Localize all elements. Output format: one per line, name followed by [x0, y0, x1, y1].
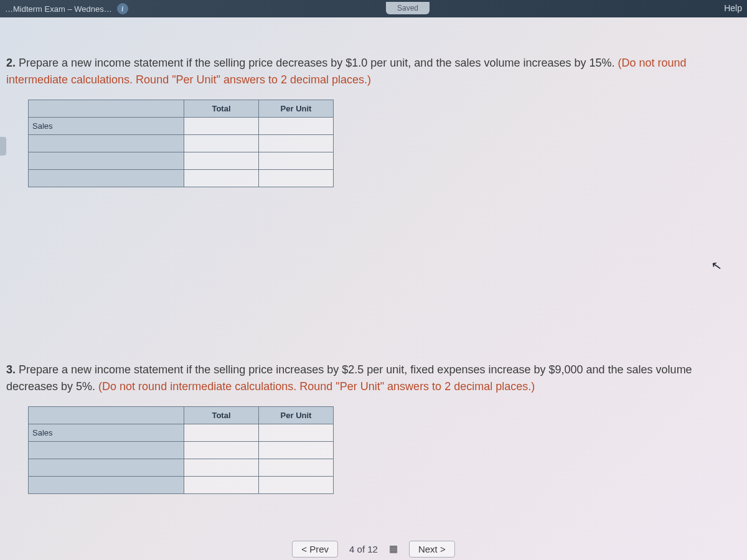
question-2: 2. Prepare a new income statement if the…	[6, 55, 741, 187]
header-blank	[29, 100, 184, 118]
question-2-text: 2. Prepare a new income statement if the…	[6, 55, 741, 88]
grid-icon[interactable]: ▦	[389, 543, 398, 554]
next-button[interactable]: Next >	[409, 541, 455, 558]
footer-nav: < Prev 4 of 12 ▦ Next >	[0, 538, 747, 560]
row-label[interactable]	[29, 135, 184, 152]
cell-total[interactable]	[184, 477, 259, 494]
question-3: 3. Prepare a new income statement if the…	[6, 362, 741, 494]
cell-total[interactable]	[184, 118, 259, 135]
cell-per-unit[interactable]	[259, 152, 334, 170]
table-row	[29, 170, 334, 187]
question-2-body: Prepare a new income statement if the se…	[16, 57, 618, 69]
income-table-q2: Total Per Unit Sales	[28, 100, 334, 187]
cell-total[interactable]	[184, 135, 259, 152]
help-link[interactable]: Help	[724, 3, 742, 13]
page-counter: 4 of 12	[349, 544, 378, 554]
content-area: 2. Prepare a new income statement if the…	[0, 17, 747, 494]
header-per-unit: Per Unit	[259, 100, 334, 118]
row-label[interactable]	[29, 442, 184, 459]
table-row	[29, 135, 334, 152]
table-row	[29, 459, 334, 477]
table-header-row: Total Per Unit	[29, 100, 334, 118]
top-bar: …Midterm Exam – Wednes… i Saved Help	[0, 0, 747, 17]
cell-per-unit[interactable]	[259, 477, 334, 494]
cell-total[interactable]	[184, 170, 259, 187]
cell-total[interactable]	[184, 459, 259, 477]
table-header-row: Total Per Unit	[29, 407, 334, 424]
info-icon[interactable]: i	[117, 3, 128, 14]
row-label[interactable]	[29, 477, 184, 494]
cell-per-unit[interactable]	[259, 459, 334, 477]
table-row: Sales	[29, 118, 334, 135]
header-blank	[29, 407, 184, 424]
cell-per-unit[interactable]	[259, 442, 334, 459]
header-per-unit: Per Unit	[259, 407, 334, 424]
table-row	[29, 442, 334, 459]
exam-title: …Midterm Exam – Wednes…	[5, 4, 112, 14]
cell-per-unit[interactable]	[259, 135, 334, 152]
header-total: Total	[184, 407, 259, 424]
row-label[interactable]	[29, 459, 184, 477]
row-label-sales[interactable]: Sales	[29, 424, 184, 442]
saved-indicator: Saved	[386, 2, 430, 14]
income-table-q3: Total Per Unit Sales	[28, 406, 334, 494]
cell-total[interactable]	[184, 152, 259, 170]
header-total: Total	[184, 100, 259, 118]
table-row: Sales	[29, 424, 334, 442]
cell-total[interactable]	[184, 442, 259, 459]
row-label[interactable]	[29, 170, 184, 187]
question-3-text: 3. Prepare a new income statement if the…	[6, 362, 741, 395]
prev-button[interactable]: < Prev	[292, 541, 338, 558]
cell-per-unit[interactable]	[259, 118, 334, 135]
question-2-number: 2.	[6, 57, 16, 69]
cell-per-unit[interactable]	[259, 424, 334, 442]
question-3-number: 3.	[6, 363, 16, 376]
row-label-sales[interactable]: Sales	[29, 118, 184, 135]
question-3-hint: (Do not round intermediate calculations.…	[98, 380, 535, 393]
cell-per-unit[interactable]	[259, 170, 334, 187]
cell-total[interactable]	[184, 424, 259, 442]
left-handle[interactable]	[0, 137, 6, 156]
table-row	[29, 152, 334, 170]
table-row	[29, 477, 334, 494]
row-label[interactable]	[29, 152, 184, 170]
